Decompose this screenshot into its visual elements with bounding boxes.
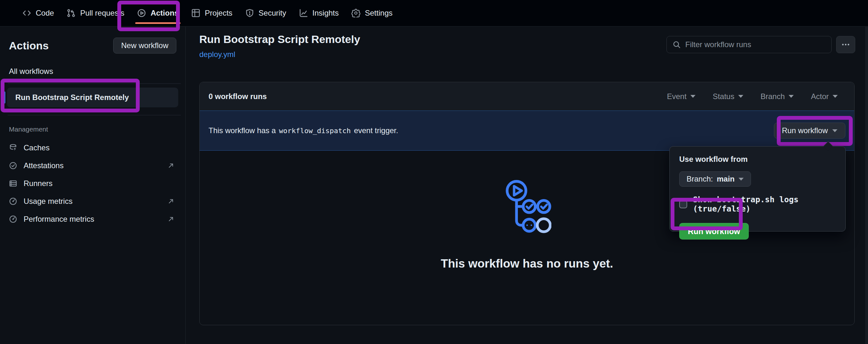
external-link-icon — [167, 216, 175, 222]
filter-workflow-runs-search[interactable] — [666, 36, 832, 53]
tab-pull-requests[interactable]: Pull requests — [60, 0, 131, 26]
meter-icon — [9, 197, 17, 205]
tab-label: Security — [259, 9, 286, 18]
sidebar-item-attestations[interactable]: Attestations — [0, 157, 185, 175]
sidebar-item-label: Usage metrics — [24, 197, 72, 206]
active-tab-underline — [135, 22, 181, 24]
tab-label: Insights — [312, 9, 339, 18]
chevron-down-icon — [788, 95, 794, 98]
branch-selector-button[interactable]: Branch:main — [679, 171, 751, 187]
divider — [8, 115, 181, 115]
selected-indicator-bar — [3, 92, 5, 104]
filter-branch-dropdown[interactable]: Branch — [761, 92, 794, 101]
show-logs-checkbox-label[interactable]: Show bootstrap.sh logs (true/false) — [693, 195, 836, 213]
sidebar-item-runners[interactable]: Runners — [0, 175, 185, 193]
show-logs-option-row: Show bootstrap.sh logs (true/false) — [679, 195, 836, 213]
search-input[interactable] — [685, 40, 826, 49]
attestation-icon — [9, 162, 17, 170]
sidebar-item-label: Performance metrics — [24, 215, 94, 223]
graph-icon — [299, 9, 308, 18]
github-actions-page: Code Pull requests Actions Projects S — [0, 0, 868, 344]
workflow-dispatch-code: workflow_dispatch — [279, 127, 351, 135]
new-workflow-button[interactable]: New workflow — [113, 38, 176, 54]
workflow-graph-icon — [503, 177, 551, 238]
run-workflow-dropdown-button[interactable]: Run workflow — [774, 123, 845, 139]
repo-tab-bar: Code Pull requests Actions Projects S — [0, 0, 868, 27]
tab-actions[interactable]: Actions — [131, 0, 185, 26]
runs-filters: Event Status Branch Actor — [667, 92, 845, 101]
notice-text: This workflow has a workflow_dispatch ev… — [209, 126, 398, 135]
shield-icon — [245, 9, 254, 18]
workflow-name-label: Run Bootstrap Script Remotely — [15, 93, 129, 102]
search-icon — [673, 40, 681, 49]
scrollbar-track[interactable] — [865, 27, 868, 344]
tab-code[interactable]: Code — [16, 0, 60, 26]
dropdown-heading: Use workflow from — [679, 155, 836, 164]
cache-icon — [9, 144, 17, 152]
management-section-heading: Management — [0, 126, 185, 133]
more-options-button[interactable] — [836, 36, 855, 53]
kebab-horizontal-icon — [841, 40, 850, 49]
runs-count-label: 0 workflow runs — [209, 92, 267, 101]
sidebar-title: Actions — [9, 39, 49, 52]
filter-event-dropdown[interactable]: Event — [667, 92, 695, 101]
tab-settings[interactable]: Settings — [345, 0, 399, 26]
workflow-file-link[interactable]: deploy.yml — [199, 50, 235, 59]
tab-insights[interactable]: Insights — [293, 0, 345, 26]
tab-label: Code — [36, 9, 54, 18]
gear-icon — [351, 9, 360, 18]
external-link-icon — [167, 198, 175, 205]
sidebar-item-label: Attestations — [24, 161, 63, 170]
tab-projects[interactable]: Projects — [185, 0, 239, 26]
sidebar-item-label: Runners — [24, 179, 53, 188]
actions-sidebar: Actions New workflow All workflows Run B… — [0, 27, 186, 344]
sidebar-item-usage-metrics[interactable]: Usage metrics — [0, 193, 185, 210]
show-logs-checkbox[interactable] — [679, 200, 687, 208]
empty-state-message: This workflow has no runs yet. — [441, 257, 613, 270]
tab-label: Settings — [365, 9, 393, 18]
sidebar-item-label: Caches — [24, 143, 50, 152]
branch-value: main — [717, 175, 735, 183]
run-workflow-submit-button[interactable]: Run workflow — [679, 223, 749, 240]
chevron-down-icon — [738, 95, 743, 98]
workflow-dispatch-notice: This workflow has a workflow_dispatch ev… — [199, 110, 854, 151]
run-workflow-dropdown-panel: Use workflow from Branch:main Show boots… — [669, 146, 846, 232]
tab-label: Pull requests — [80, 9, 124, 18]
play-circle-icon — [137, 9, 146, 18]
tab-security[interactable]: Security — [239, 0, 293, 26]
chevron-down-icon — [690, 95, 695, 98]
divider — [8, 83, 181, 84]
server-icon — [9, 179, 17, 187]
sidebar-item-performance-metrics[interactable]: Performance metrics — [0, 210, 185, 228]
sidebar-item-all-workflows[interactable]: All workflows — [0, 67, 185, 76]
tab-label: Actions — [151, 9, 179, 18]
runs-header-row: 0 workflow runs Event Status Branch Acto… — [199, 82, 854, 111]
sidebar-selected-workflow[interactable]: Run Bootstrap Script Remotely — [7, 88, 178, 107]
external-link-icon — [167, 162, 175, 169]
sidebar-item-caches[interactable]: Caches — [0, 139, 185, 157]
chevron-down-icon — [833, 95, 838, 98]
tab-label: Projects — [205, 9, 232, 18]
code-icon — [22, 9, 31, 18]
chevron-down-icon — [739, 178, 744, 181]
meter-icon — [9, 215, 17, 223]
filter-status-dropdown[interactable]: Status — [713, 92, 743, 101]
pull-request-icon — [67, 9, 75, 18]
page-title: Run Bootstrap Script Remotely — [199, 33, 360, 45]
table-icon — [191, 9, 200, 18]
filter-actor-dropdown[interactable]: Actor — [811, 92, 838, 101]
chevron-down-icon — [832, 129, 837, 132]
